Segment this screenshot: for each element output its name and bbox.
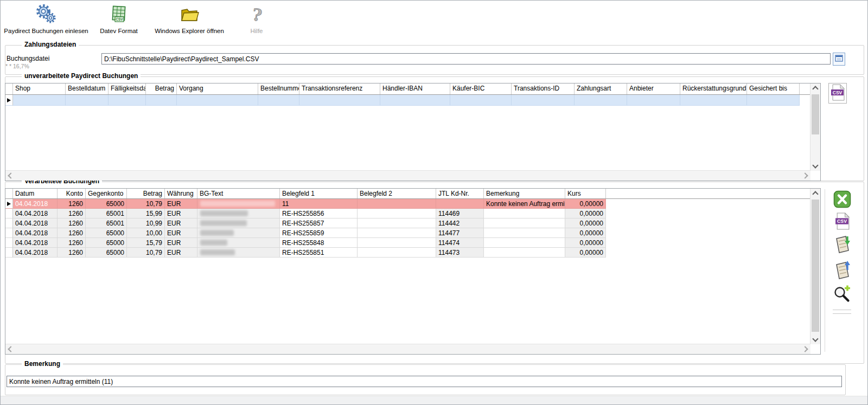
- cell[interactable]: 10,00: [127, 228, 165, 238]
- cell[interactable]: 04.04.2018: [13, 199, 58, 209]
- cell[interactable]: 65001: [86, 209, 127, 218]
- cell[interactable]: [197, 228, 280, 238]
- column-header-marker[interactable]: [5, 83, 13, 94]
- cell[interactable]: 0,00000: [565, 218, 606, 228]
- cell[interactable]: 1260: [58, 238, 86, 248]
- cell[interactable]: [436, 199, 484, 209]
- cell[interactable]: 04.04.2018: [13, 238, 58, 248]
- cell[interactable]: RE-HS255851: [280, 248, 358, 258]
- column-header[interactable]: Kurs: [565, 189, 606, 198]
- column-header[interactable]: Transaktionsreferenz: [299, 83, 380, 94]
- column-header[interactable]: Belegfeld 2: [358, 189, 436, 198]
- cell[interactable]: [358, 218, 436, 228]
- cell[interactable]: 11: [280, 199, 358, 209]
- cell[interactable]: [66, 95, 108, 106]
- cell[interactable]: [197, 238, 280, 248]
- cell[interactable]: [680, 95, 747, 106]
- scroll-down-button[interactable]: [810, 335, 820, 344]
- column-header[interactable]: Vorgang: [177, 83, 258, 94]
- cell[interactable]: 1260: [58, 199, 86, 209]
- processed-row[interactable]: 04.04.201812606500010,79EURRE-HS25585111…: [5, 248, 820, 258]
- cell[interactable]: 1260: [58, 218, 86, 228]
- cell[interactable]: [258, 95, 299, 106]
- excel-export-button[interactable]: [833, 190, 851, 210]
- row-marker[interactable]: [5, 248, 13, 258]
- cell[interactable]: [484, 218, 565, 228]
- cell[interactable]: [358, 209, 436, 218]
- cell[interactable]: 10,99: [127, 218, 165, 228]
- cell[interactable]: 65000: [86, 238, 127, 248]
- column-header[interactable]: Bestellnummer: [258, 83, 299, 94]
- cell[interactable]: [358, 228, 436, 238]
- cell[interactable]: 0,00000: [565, 199, 606, 209]
- row-marker[interactable]: [5, 209, 13, 218]
- unprocessed-horizontal-scrollbar[interactable]: [5, 170, 810, 181]
- column-header[interactable]: Anbieter: [627, 83, 680, 94]
- cell[interactable]: 10,79: [127, 248, 165, 258]
- cell[interactable]: 04.04.2018: [13, 218, 58, 228]
- scroll-right-button[interactable]: [801, 171, 810, 181]
- scrollbar-thumb[interactable]: [812, 200, 819, 332]
- cell[interactable]: EUR: [165, 248, 197, 258]
- zoom-add-button[interactable]: [833, 284, 851, 305]
- cell[interactable]: RE-HS255856: [280, 209, 358, 218]
- cell[interactable]: 65000: [86, 248, 127, 258]
- processed-row[interactable]: 04.04.201812606500110,99EURRE-HS25585711…: [5, 218, 820, 228]
- cell[interactable]: [197, 199, 280, 209]
- cell[interactable]: 04.04.2018: [13, 209, 58, 218]
- cell[interactable]: [358, 238, 436, 248]
- cell[interactable]: RE-HS255857: [280, 218, 358, 228]
- scroll-left-button[interactable]: [5, 171, 15, 181]
- cell[interactable]: [627, 95, 680, 106]
- cell[interactable]: EUR: [165, 218, 197, 228]
- cell[interactable]: 0,00000: [565, 209, 606, 218]
- cell[interactable]: 04.04.2018: [13, 248, 58, 258]
- column-header[interactable]: Shop: [13, 83, 66, 94]
- cell[interactable]: 114473: [436, 248, 484, 258]
- column-header[interactable]: BG-Text: [197, 189, 280, 198]
- cell[interactable]: 65001: [86, 218, 127, 228]
- cell[interactable]: Konnte keinen Auftrag ermitteln: [484, 199, 565, 209]
- column-header[interactable]: Betrag: [127, 189, 165, 198]
- import-button[interactable]: [832, 234, 852, 256]
- cell[interactable]: [484, 248, 565, 258]
- row-marker[interactable]: [5, 199, 13, 209]
- cell[interactable]: [484, 209, 565, 218]
- csv-export-button[interactable]: CSV: [835, 213, 850, 232]
- cell[interactable]: 1260: [58, 209, 86, 218]
- row-marker[interactable]: [5, 238, 13, 248]
- row-marker[interactable]: [5, 228, 13, 238]
- column-header[interactable]: Händler-IBAN: [380, 83, 450, 94]
- processed-horizontal-scrollbar[interactable]: [5, 344, 810, 354]
- remark-input[interactable]: [7, 376, 842, 387]
- cell[interactable]: 15,79: [127, 238, 165, 248]
- scroll-left-button[interactable]: [5, 344, 15, 354]
- cell[interactable]: [197, 248, 280, 258]
- unprocessed-row[interactable]: [5, 95, 820, 106]
- cell[interactable]: [575, 95, 627, 106]
- cell[interactable]: [747, 95, 800, 106]
- cell[interactable]: [484, 228, 565, 238]
- cell[interactable]: [450, 95, 512, 106]
- cell[interactable]: [197, 218, 280, 228]
- column-header[interactable]: Käufer-BIC: [450, 83, 512, 94]
- open-windows-explorer-button[interactable]: Windows Explorer öffnen: [156, 4, 223, 37]
- column-header[interactable]: Betrag: [146, 83, 177, 94]
- cell[interactable]: [108, 95, 146, 106]
- help-button[interactable]: ? Hilfe: [238, 4, 275, 37]
- cell[interactable]: [197, 209, 280, 218]
- cell[interactable]: [358, 199, 436, 209]
- column-header[interactable]: Konto: [58, 189, 86, 198]
- column-header[interactable]: Gegenkonto: [86, 189, 127, 198]
- cell[interactable]: 10,79: [127, 199, 165, 209]
- cell[interactable]: [177, 95, 258, 106]
- cell[interactable]: [299, 95, 380, 106]
- cell[interactable]: [13, 95, 66, 106]
- column-header[interactable]: Transaktions-ID: [512, 83, 575, 94]
- column-header-marker[interactable]: [5, 189, 13, 198]
- column-header[interactable]: Gesichert bis: [747, 83, 800, 94]
- cell[interactable]: EUR: [165, 209, 197, 218]
- column-header[interactable]: Datum: [13, 189, 58, 198]
- cell[interactable]: 65000: [86, 228, 127, 238]
- scroll-up-button[interactable]: [810, 83, 820, 93]
